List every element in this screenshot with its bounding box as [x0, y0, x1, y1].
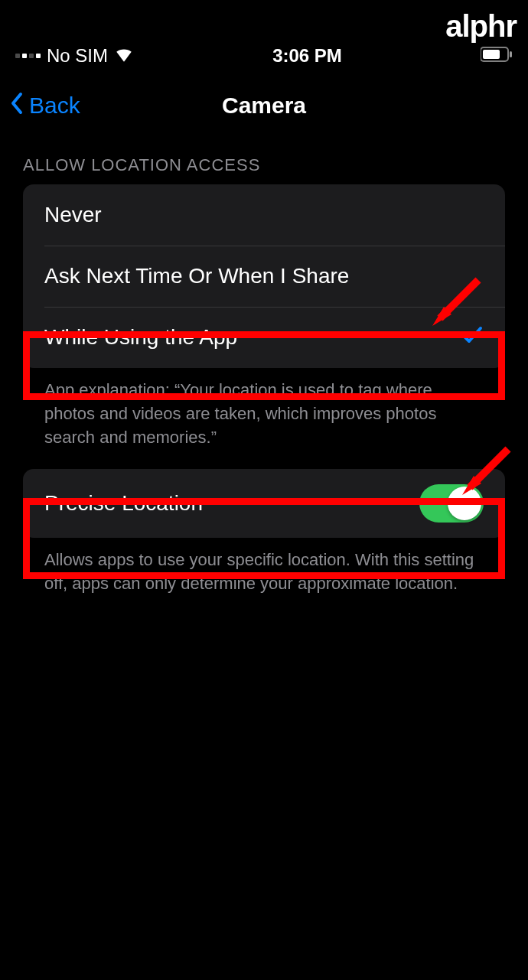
- toggle-knob: [448, 487, 481, 520]
- back-label: Back: [29, 93, 80, 119]
- option-label: Ask Next Time Or When I Share: [44, 264, 349, 288]
- option-label: While Using the App: [44, 325, 237, 350]
- svg-rect-1: [483, 50, 500, 59]
- status-time: 3:06 PM: [272, 45, 342, 67]
- signal-icon: [15, 54, 41, 58]
- battery-icon: [481, 45, 513, 67]
- precise-location-group: Precise Location: [23, 469, 505, 538]
- section-header-location: ALLOW LOCATION ACCESS: [0, 132, 528, 184]
- watermark-logo: alphr: [445, 9, 517, 44]
- chevron-left-icon: [9, 92, 24, 120]
- svg-rect-2: [510, 51, 512, 57]
- precise-location-label: Precise Location: [44, 491, 203, 516]
- option-label: Never: [44, 203, 102, 227]
- back-button[interactable]: Back: [0, 92, 80, 120]
- precise-footer-text: Allows apps to use your specific locatio…: [0, 538, 528, 616]
- status-left: No SIM: [15, 45, 134, 67]
- location-footer-text: App explanation: “Your location is used …: [0, 368, 528, 469]
- navigation-bar: Back Camera: [0, 79, 528, 132]
- option-ask-next-time[interactable]: Ask Next Time Or When I Share: [23, 246, 505, 307]
- status-right: [481, 45, 513, 67]
- checkmark-icon: [461, 324, 484, 352]
- wifi-icon: [114, 45, 134, 67]
- option-while-using[interactable]: While Using the App: [23, 307, 505, 368]
- location-access-group: Never Ask Next Time Or When I Share Whil…: [23, 184, 505, 368]
- page-title: Camera: [222, 93, 306, 119]
- precise-location-toggle[interactable]: [419, 484, 484, 523]
- precise-location-row[interactable]: Precise Location: [23, 469, 505, 538]
- option-never[interactable]: Never: [23, 184, 505, 246]
- carrier-label: No SIM: [47, 45, 108, 67]
